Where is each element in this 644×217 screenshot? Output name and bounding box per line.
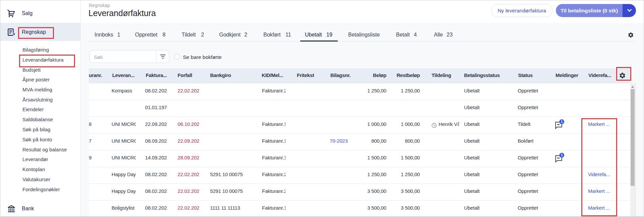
svg-text:1: 1 <box>561 120 563 124</box>
svg-text:1: 1 <box>561 153 563 157</box>
